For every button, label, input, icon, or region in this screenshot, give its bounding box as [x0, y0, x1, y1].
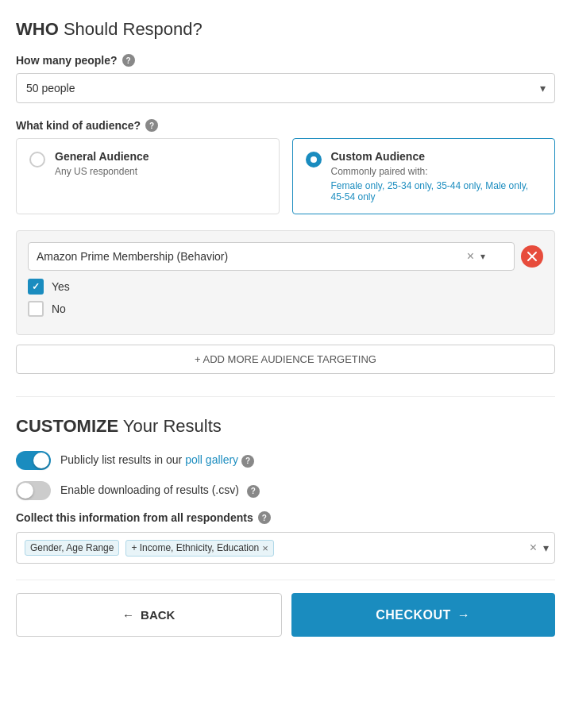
enable-download-help-icon[interactable]: ? [247, 485, 260, 498]
custom-audience-links[interactable]: Female only, 25-34 only, 35-44 only, Mal… [331, 180, 542, 202]
no-checkbox[interactable] [28, 301, 44, 317]
targeting-filter-arrow-icon[interactable]: ▾ [480, 251, 485, 262]
remove-targeting-button[interactable] [521, 245, 543, 268]
custom-audience-radio[interactable] [306, 152, 322, 168]
collect-arrow-icon[interactable]: ▾ [543, 541, 549, 554]
collect-info-label: Collect this information from all respon… [16, 511, 555, 524]
no-label: No [52, 302, 66, 315]
no-checkbox-row: No [28, 301, 543, 317]
public-list-toggle-row: Publicly list results in our poll galler… [16, 451, 555, 470]
add-more-targeting-button[interactable]: + ADD MORE AUDIENCE TARGETING [16, 345, 555, 374]
checkout-arrow-icon [457, 608, 471, 622]
custom-audience-subtitle: Commonly paired with: [331, 166, 542, 177]
customize-section-title: CUSTOMIZE Your Results [16, 416, 555, 437]
back-label: BACK [141, 608, 175, 622]
tag-gender-age: Gender, Age Range [25, 540, 119, 556]
yes-label: Yes [52, 280, 70, 293]
custom-audience-title: Custom Audience [331, 150, 542, 163]
customize-section: CUSTOMIZE Your Results Publicly list res… [16, 396, 555, 564]
targeting-filter-select[interactable]: Amazon Prime Membership (Behavior) × ▾ [28, 242, 515, 271]
general-audience-subtitle: Any US respondent [55, 166, 149, 177]
who-section-title: WHO Should Respond? [16, 19, 555, 40]
collect-clear-icon[interactable]: × [530, 541, 537, 555]
targeting-filter-text: Amazon Prime Membership (Behavior) [37, 250, 467, 263]
back-button[interactable]: BACK [16, 593, 282, 637]
tag-income-ethnicity: + Income, Ethnicity, Education × [125, 540, 273, 557]
targeting-filter-row: Amazon Prime Membership (Behavior) × ▾ [28, 242, 543, 271]
checkout-label: CHECKOUT [376, 608, 451, 622]
remove-x-icon [527, 251, 538, 262]
collect-info-controls: × ▾ [530, 541, 549, 555]
custom-audience-content: Custom Audience Commonly paired with: Fe… [331, 150, 542, 202]
collect-info-select-wrapper: Gender, Age Range + Income, Ethnicity, E… [16, 532, 555, 564]
audience-help-icon[interactable]: ? [145, 119, 158, 132]
public-list-toggle[interactable] [16, 451, 51, 470]
collect-info-select[interactable]: Gender, Age Range + Income, Ethnicity, E… [16, 532, 555, 564]
poll-gallery-link[interactable]: poll gallery [185, 453, 238, 466]
yes-checkbox-row: Yes [28, 279, 543, 295]
targeting-filter-clear-icon[interactable]: × [467, 249, 474, 264]
targeting-box: Amazon Prime Membership (Behavior) × ▾ Y… [16, 230, 555, 335]
public-list-label: Publicly list results in our poll galler… [60, 453, 254, 468]
enable-download-toggle-thumb [17, 483, 33, 499]
people-count-select[interactable]: 50 people [16, 73, 555, 103]
audience-type-label: What kind of audience? ? [16, 119, 555, 132]
general-audience-content: General Audience Any US respondent [55, 150, 149, 177]
general-audience-card[interactable]: General Audience Any US respondent [16, 138, 280, 214]
public-list-help-icon[interactable]: ? [241, 455, 254, 468]
back-arrow-icon [122, 608, 134, 622]
tag-remove-income-icon[interactable]: × [262, 542, 268, 554]
how-many-label: How many people? ? [16, 54, 555, 67]
yes-checkbox[interactable] [28, 279, 44, 295]
general-audience-radio[interactable] [29, 152, 45, 168]
general-audience-title: General Audience [55, 150, 149, 163]
custom-audience-card[interactable]: Custom Audience Commonly paired with: Fe… [292, 138, 556, 214]
collect-info-help-icon[interactable]: ? [258, 511, 271, 524]
public-list-toggle-thumb [33, 453, 49, 468]
audience-options: General Audience Any US respondent Custo… [16, 138, 555, 214]
targeting-filter-controls: × ▾ [467, 249, 485, 264]
how-many-help-icon[interactable]: ? [122, 54, 135, 67]
checkout-button[interactable]: CHECKOUT [291, 593, 556, 637]
enable-download-toggle[interactable] [16, 481, 51, 500]
enable-download-toggle-row: Enable downloading of results (.csv) ? [16, 481, 555, 500]
enable-download-label: Enable downloading of results (.csv) ? [60, 483, 260, 498]
footer: BACK CHECKOUT [16, 580, 555, 649]
people-count-select-wrapper: 50 people ▾ [16, 73, 555, 103]
